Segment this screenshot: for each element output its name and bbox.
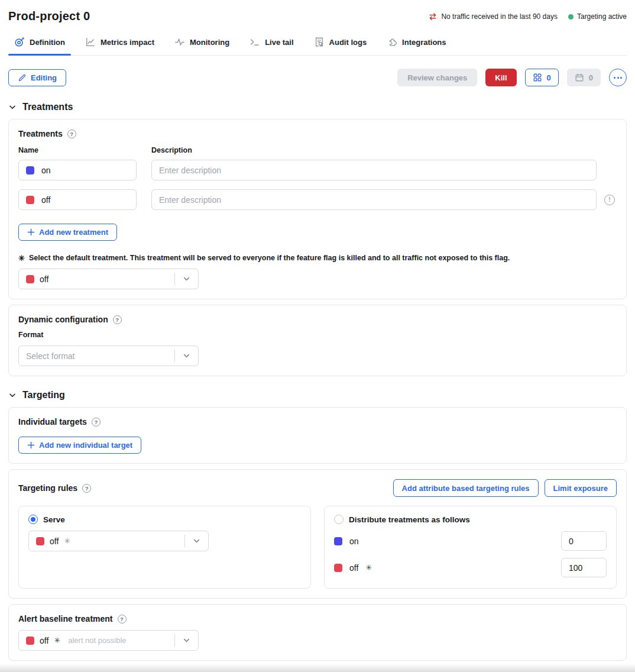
format-placeholder: Select format: [26, 351, 74, 361]
tab-monitoring-label: Monitoring: [190, 38, 229, 47]
distribute-off-name: off: [349, 563, 358, 573]
add-individual-target-button[interactable]: Add new individual target: [18, 437, 141, 454]
review-changes-button[interactable]: Review changes: [397, 69, 477, 86]
metrics-chart-icon: [85, 37, 96, 47]
tab-audit-logs-label: Audit logs: [329, 38, 367, 47]
treatments-section-title: Treatments: [22, 102, 73, 112]
plus-icon: [27, 441, 35, 449]
description-column-header: Description: [151, 146, 192, 154]
add-attribute-rules-label: Add attribute based targeting rules: [402, 484, 530, 493]
distribute-on-percentage-input[interactable]: [561, 531, 607, 551]
format-label: Format: [18, 331, 617, 339]
treatment-off-description-input[interactable]: [151, 189, 597, 210]
tab-metrics-impact[interactable]: Metrics impact: [79, 37, 160, 55]
kill-button-label: Kill: [495, 73, 507, 82]
treatment-row: off !: [18, 189, 617, 210]
treatment-name-field-on[interactable]: on: [18, 160, 137, 180]
puzzle-icon: [387, 37, 397, 47]
tab-definition-label: Definition: [30, 38, 65, 47]
serve-panel: Serve off ✳: [18, 506, 311, 589]
alert-baseline-select[interactable]: off ✳ alert not possible: [18, 630, 199, 651]
tab-integrations[interactable]: Integrations: [381, 37, 452, 55]
ellipsis-icon: [614, 77, 615, 79]
treatment-off-swatch-icon: [26, 196, 34, 204]
alert-baseline-value: off: [40, 636, 48, 645]
help-icon[interactable]: ?: [92, 418, 101, 427]
kill-button[interactable]: Kill: [485, 69, 516, 86]
chevron-down-icon: [175, 352, 198, 360]
add-new-treatment-button[interactable]: Add new treatment: [18, 224, 117, 241]
default-treatment-value: off: [40, 274, 48, 284]
distribute-row-on: on: [334, 531, 607, 551]
default-note-text: Select the default treatment. This treat…: [29, 254, 510, 262]
alert-baseline-swatch-icon: [26, 637, 34, 645]
add-new-treatment-label: Add new treatment: [39, 228, 108, 237]
grid-icon: [533, 73, 542, 82]
add-individual-target-label: Add new individual target: [39, 441, 132, 450]
distribute-radio[interactable]: [334, 515, 344, 524]
default-treatment-swatch-icon: [26, 275, 34, 283]
distribute-off-percentage-input[interactable]: [561, 558, 607, 577]
tab-audit-logs[interactable]: Audit logs: [308, 37, 373, 55]
page-title: Prod-project 0: [8, 9, 90, 23]
treatments-section-toggle[interactable]: Treatments: [8, 102, 627, 112]
format-select[interactable]: Select format: [18, 345, 199, 366]
help-icon[interactable]: ?: [67, 130, 76, 138]
dynamic-configuration-card: Dynamic configuration ? Format Select fo…: [8, 305, 627, 376]
changes-count-button[interactable]: 0: [525, 69, 559, 86]
bottom-edge-shadow: [0, 664, 635, 672]
serve-treatment-swatch-icon: [36, 537, 44, 545]
default-marker-icon: ✳: [54, 637, 60, 644]
add-attribute-rules-button[interactable]: Add attribute based targeting rules: [393, 479, 539, 497]
terminal-icon: [250, 37, 260, 47]
default-marker-icon: ✳: [18, 254, 25, 262]
treatment-name-field-off[interactable]: off: [18, 189, 137, 210]
limit-exposure-label: Limit exposure: [553, 484, 608, 493]
treatments-card: Treatments ? Name Description on off: [8, 119, 627, 299]
individual-targets-card: Individual targets ? Add new individual …: [8, 407, 627, 464]
tab-integrations-label: Integrations: [402, 38, 446, 47]
help-icon[interactable]: ?: [118, 615, 127, 623]
tab-live-tail[interactable]: Live tail: [244, 37, 299, 55]
schedule-count: 0: [589, 73, 593, 82]
more-actions-button[interactable]: [609, 69, 627, 86]
alert-baseline-title: Alert baseline treatment: [18, 614, 113, 623]
editing-button-label: Editing: [31, 73, 57, 82]
tab-monitoring[interactable]: Monitoring: [169, 37, 235, 55]
targeting-status: Targeting active: [568, 12, 627, 21]
targeting-section-toggle[interactable]: Targeting: [8, 390, 627, 400]
tab-live-tail-label: Live tail: [265, 38, 293, 47]
targeting-section-title: Targeting: [22, 390, 65, 400]
treatment-off-swatch-icon: [334, 564, 342, 572]
alert-baseline-card: Alert baseline treatment ? off ✳ alert n…: [8, 604, 627, 661]
default-treatment-select[interactable]: off: [18, 269, 199, 289]
definition-target-icon: [14, 37, 25, 47]
distribute-radio-row[interactable]: Distribute treatments as follows: [334, 515, 607, 524]
default-marker-icon: ✳: [64, 537, 70, 545]
dynamic-configuration-title: Dynamic configuration: [18, 315, 108, 324]
name-column-header: Name: [18, 146, 137, 154]
default-treatment-note: ✳ Select the default treatment. This tre…: [18, 254, 617, 262]
serve-radio-row[interactable]: Serve: [28, 515, 301, 524]
serve-label: Serve: [43, 515, 65, 524]
targeting-status-text: Targeting active: [577, 12, 627, 21]
default-marker-icon: ✳: [365, 564, 372, 571]
serve-treatment-select[interactable]: off ✳: [28, 531, 209, 551]
distribute-on-name: on: [349, 537, 359, 546]
warning-icon[interactable]: !: [604, 195, 615, 205]
help-icon[interactable]: ?: [82, 484, 91, 493]
monitoring-pulse-icon: [174, 37, 185, 47]
targeting-rules-title: Targeting rules: [18, 483, 77, 493]
treatment-on-description-input[interactable]: [151, 160, 597, 180]
help-icon[interactable]: ?: [113, 315, 122, 324]
treatment-on-swatch-icon: [26, 166, 34, 175]
serve-treatment-value: off: [50, 537, 59, 546]
changes-count: 0: [547, 73, 551, 82]
limit-exposure-button[interactable]: Limit exposure: [545, 479, 617, 497]
editing-button[interactable]: Editing: [8, 69, 66, 86]
tab-definition[interactable]: Definition: [8, 37, 71, 55]
treatment-on-name: on: [41, 166, 51, 175]
serve-radio[interactable]: [28, 515, 38, 524]
schedule-count-button[interactable]: 0: [567, 69, 601, 86]
targeting-active-dot-icon: [568, 14, 574, 20]
